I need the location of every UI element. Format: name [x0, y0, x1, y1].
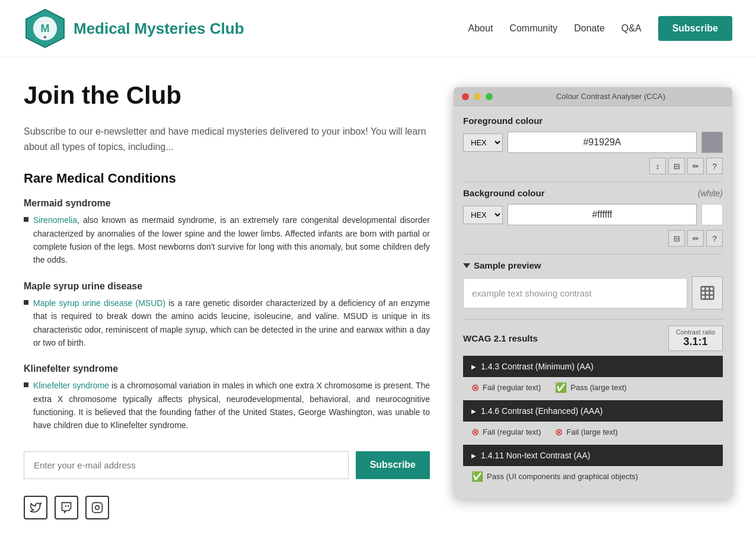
intro-text: Subscribe to our e-newsletter and have m…	[24, 124, 430, 154]
fg-hex-input[interactable]	[508, 132, 697, 153]
result-aa-regular-text: Fail (regular text)	[483, 383, 541, 392]
result-aaa-regular: ⊗ Fail (regular text)	[471, 426, 541, 438]
accordion-nontext: ▶ 1.4.11 Non-text Contrast (AA) ✅ Pass (…	[463, 445, 723, 487]
subscribe-form: Subscribe	[24, 451, 430, 479]
content-area: Join the Club Subscribe to our e-newslet…	[24, 81, 430, 519]
bullet-klinefelter: Klinefelter syndrome is a chromosomal va…	[24, 379, 430, 432]
fg-tools: ↕ ⊟ ✏ ?	[463, 158, 723, 174]
bullet-msud: Maple syrup urine disease (MSUD) is a ra…	[24, 296, 430, 350]
divider-3	[463, 319, 723, 320]
bullet-square	[24, 217, 28, 222]
header: M ♥ Medical Mysteries Club About Communi…	[0, 0, 756, 58]
sample-chart-button[interactable]	[692, 276, 723, 310]
nav-community[interactable]: Community	[509, 23, 557, 34]
contrast-ratio-box: Contrast ratio 3.1:1	[668, 326, 723, 351]
form-subscribe-button[interactable]: Subscribe	[356, 451, 430, 479]
result-aaa-large-text: Fail (large text)	[566, 428, 618, 436]
wcag-header: WCAG 2.1 results Contrast ratio 3.1:1	[463, 326, 723, 351]
pass-icon-nontext: ✅	[471, 471, 483, 482]
bullet-square	[24, 382, 28, 387]
accordion-aaa-header[interactable]: ▶ 1.4.6 Contrast (Enhanced) (AAA)	[463, 400, 723, 422]
nav-about[interactable]: About	[468, 23, 493, 34]
svg-rect-8	[701, 287, 714, 299]
traffic-light-green[interactable]	[486, 93, 493, 100]
condition-mermaid: Mermaid syndrome Sirenomelia, also known…	[24, 198, 430, 267]
pass-icon-aa-large: ✅	[555, 382, 567, 393]
bg-note: (white)	[698, 189, 723, 198]
play-icon-nontext: ▶	[471, 452, 476, 459]
email-input[interactable]	[24, 451, 349, 479]
bullet-text-klinefelter: Klinefelter syndrome is a chromosomal va…	[33, 379, 430, 432]
site-title: Medical Mysteries Club	[74, 20, 244, 38]
sample-preview-text: Sample preview	[474, 260, 541, 270]
bg-color-row: HEX RGB HSL	[463, 204, 723, 225]
fg-label: Foreground colour	[463, 116, 723, 126]
result-nontext-text: Pass (UI components and graphical object…	[487, 472, 638, 481]
bg-help-button[interactable]: ?	[706, 230, 723, 247]
contrast-ratio-value: 3.1:1	[676, 336, 715, 348]
accordion-aa-results: ⊗ Fail (regular text) ✅ Pass (large text…	[463, 377, 723, 398]
twitter-icon[interactable]	[24, 496, 47, 519]
triangle-icon	[463, 263, 470, 268]
accordion-aa: ▶ 1.4.3 Contrast (Minimum) (AA) ⊗ Fail (…	[463, 356, 723, 398]
condition-title-klinefelter: Klinefelter syndrome	[24, 363, 430, 374]
cca-body: Foreground colour HEX RGB HSL ↕ ⊟ ✏ ? Ba…	[454, 106, 732, 499]
condition-msud: Maple syrup urine disease Maple syrup ur…	[24, 281, 430, 350]
fg-swap-button[interactable]: ↕	[649, 158, 666, 174]
cca-titlebar: Colour Contrast Analyser (CCA)	[454, 87, 732, 106]
condition-title-msud: Maple syrup urine disease	[24, 281, 430, 292]
logo-area: M ♥ Medical Mysteries Club	[24, 7, 244, 50]
sample-preview-label: Sample preview	[463, 260, 723, 270]
fg-sliders-button[interactable]: ⊟	[668, 158, 685, 174]
traffic-light-red[interactable]	[462, 93, 469, 100]
fg-eyedropper-button[interactable]: ✏	[687, 158, 704, 174]
svg-rect-6	[92, 503, 103, 513]
divider-1	[463, 181, 723, 182]
nav-donate[interactable]: Donate	[574, 23, 605, 34]
result-aaa-large: ⊗ Fail (large text)	[555, 426, 618, 438]
link-klinefelter[interactable]: Klinefelter syndrome	[33, 381, 109, 390]
bg-eyedropper-button[interactable]: ✏	[687, 230, 704, 247]
play-icon-aa: ▶	[471, 363, 476, 370]
fail-icon-aa-regular: ⊗	[471, 382, 479, 393]
result-nontext-pass: ✅ Pass (UI components and graphical obje…	[471, 471, 638, 482]
traffic-light-yellow[interactable]	[474, 93, 481, 100]
nav-qanda[interactable]: Q&A	[621, 23, 642, 34]
accordion-nontext-results: ✅ Pass (UI components and graphical obje…	[463, 466, 723, 487]
link-msud[interactable]: Maple syrup urine disease (MSUD)	[33, 298, 165, 308]
result-aa-large-text: Pass (large text)	[570, 383, 627, 392]
logo-icon: M ♥	[24, 7, 66, 50]
accordion-aa-label: 1.4.3 Contrast (Minimum) (AA)	[481, 362, 594, 371]
social-icons	[24, 496, 430, 519]
svg-text:M: M	[41, 23, 50, 34]
fg-format-select[interactable]: HEX RGB HSL	[463, 133, 503, 152]
header-subscribe-button[interactable]: Subscribe	[658, 16, 732, 41]
bg-label: Background colour	[463, 188, 545, 198]
cca-title: Colour Contrast Analyser (CCA)	[497, 92, 724, 101]
twitch-icon[interactable]	[55, 496, 78, 519]
link-sirenomelia[interactable]: Sirenomelia	[33, 215, 77, 225]
main-content: Join the Club Subscribe to our e-newslet…	[0, 58, 756, 539]
fail-icon-aaa-large: ⊗	[555, 426, 563, 438]
accordion-aaa-label: 1.4.6 Contrast (Enhanced) (AAA)	[481, 406, 602, 416]
bg-sliders-button[interactable]: ⊟	[668, 230, 685, 247]
accordion-aa-header[interactable]: ▶ 1.4.3 Contrast (Minimum) (AA)	[463, 356, 723, 377]
fg-help-button[interactable]: ?	[706, 158, 723, 174]
wcag-label: WCAG 2.1 results	[463, 333, 538, 343]
bg-row: Background colour (white)	[463, 188, 723, 198]
fg-color-swatch	[701, 132, 723, 153]
play-icon-aaa: ▶	[471, 408, 476, 414]
instagram-icon[interactable]	[85, 496, 109, 519]
sample-preview-area: example text showing contrast	[463, 276, 723, 310]
accordion-nontext-header[interactable]: ▶ 1.4.11 Non-text Contrast (AA)	[463, 445, 723, 466]
main-nav: About Community Donate Q&A Subscribe	[468, 16, 732, 41]
bullet-mermaid: Sirenomelia, also known as mermaid syndr…	[24, 213, 430, 267]
fail-icon-aaa-regular: ⊗	[471, 426, 479, 438]
bg-hex-input[interactable]	[508, 204, 697, 225]
result-aaa-regular-text: Fail (regular text)	[483, 428, 541, 436]
bullet-text-msud: Maple syrup urine disease (MSUD) is a ra…	[33, 296, 430, 350]
bg-format-select[interactable]: HEX RGB HSL	[463, 206, 503, 224]
page-title: Join the Club	[24, 81, 430, 110]
bg-tools: ⊟ ✏ ?	[463, 230, 723, 247]
result-aa-large: ✅ Pass (large text)	[555, 382, 627, 393]
